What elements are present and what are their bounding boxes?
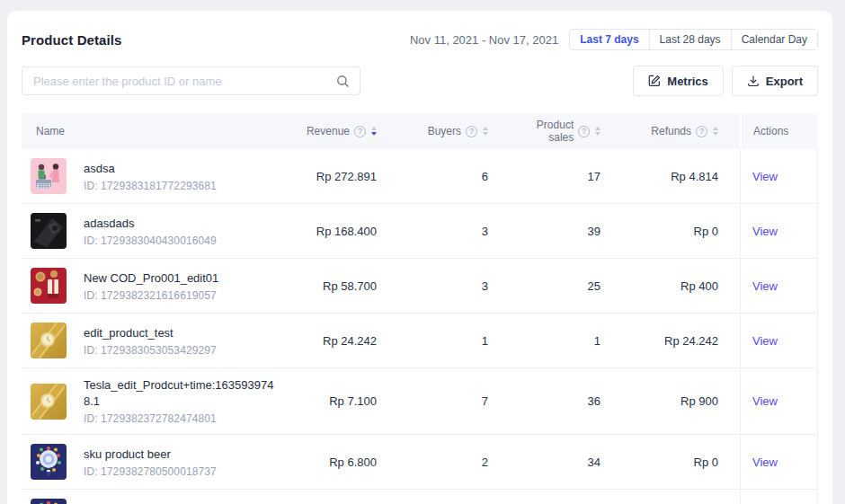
export-button[interactable]: Export (732, 66, 818, 96)
column-header-revenue[interactable]: Revenue ? (281, 113, 398, 149)
date-range-segmented: Last 7 daysLast 28 daysCalendar Day (569, 29, 818, 50)
buyers-value: 6 (398, 149, 510, 204)
refunds-value: Rp 0 (622, 204, 740, 259)
range-option-last-7-days[interactable]: Last 7 days (570, 30, 648, 49)
metrics-button-label: Metrics (667, 75, 708, 88)
product-details-card: Product Details Nov 11, 2021 - Nov 17, 2… (7, 11, 832, 504)
refunds-value: Rp 0 (622, 435, 740, 490)
product-id: ID: 1729383053053429297 (84, 344, 217, 357)
column-header-product-sales[interactable]: Product sales ? (510, 113, 622, 149)
product-thumbnail (31, 213, 67, 249)
info-icon[interactable]: ? (354, 126, 366, 137)
product-id: ID: 1729383181772293681 (84, 180, 217, 192)
edit-icon (648, 75, 661, 87)
range-option-last-28-days[interactable]: Last 28 days (649, 30, 731, 49)
table-row: 100 sku new 555 ID: 1729382780500018745 … (22, 490, 818, 504)
info-icon[interactable]: ? (578, 126, 590, 137)
refunds-value: Rp 4.814 (622, 149, 740, 204)
column-header-actions: Actions (740, 113, 818, 149)
buyers-value: 3 (398, 204, 510, 259)
table-row: Tesla_edit_Prodcut+time:1635939748.1 ID:… (22, 368, 818, 435)
product-thumbnail (31, 323, 67, 358)
toolbar: Metrics Export (7, 66, 832, 96)
sort-control[interactable] (371, 127, 377, 136)
product-sales-value: 17 (510, 149, 622, 204)
product-thumbnail (31, 158, 67, 194)
sort-control[interactable] (713, 127, 718, 136)
info-icon[interactable]: ? (466, 126, 477, 137)
view-link[interactable]: View (752, 225, 778, 238)
buyers-value: 1 (398, 314, 510, 368)
table-row: adasdads ID: 1729383040430016049 Rp 168.… (22, 204, 818, 259)
buyers-value: 7 (398, 368, 510, 435)
refunds-value: Rp 400 (622, 259, 740, 314)
refunds-value: Rp 24.242 (622, 314, 740, 368)
card-header: Product Details Nov 11, 2021 - Nov 17, 2… (7, 11, 832, 50)
products-table: Name Revenue ? Buyers ? (22, 113, 818, 504)
export-button-label: Export (766, 75, 803, 88)
metrics-button[interactable]: Metrics (633, 66, 724, 96)
revenue-value: Rp 6.800 (281, 435, 398, 490)
revenue-value: Rp 24.242 (281, 314, 398, 368)
view-link[interactable]: View (752, 279, 778, 293)
table-header-row: Name Revenue ? Buyers ? (22, 113, 818, 149)
product-sales-value: 2 (510, 490, 622, 504)
revenue-value: Rp 7.100 (281, 368, 398, 435)
column-header-name: Name (22, 113, 281, 149)
buyers-value: 3 (398, 259, 510, 314)
table-row: sku product beer ID: 1729382780500018737… (22, 435, 818, 490)
view-link[interactable]: View (752, 334, 778, 348)
product-name: New COD_Pro001_edit01 (84, 270, 218, 287)
products-table-wrap: Name Revenue ? Buyers ? (22, 113, 818, 504)
product-id: ID: 1729382780500018737 (84, 465, 217, 478)
column-header-refunds[interactable]: Refunds ? (622, 113, 740, 149)
table-row: New COD_Pro001_edit01 ID: 17293823216166… (22, 259, 818, 314)
product-id: ID: 1729383040430016049 (84, 234, 217, 247)
refunds-value: Rp 0 (622, 490, 740, 504)
product-sales-value: 1 (510, 314, 622, 368)
product-sales-value: 39 (510, 204, 622, 259)
view-link[interactable]: View (752, 394, 778, 408)
sort-control[interactable] (595, 127, 600, 136)
revenue-value: Rp 58.700 (281, 259, 398, 314)
product-name: edit_product_test (84, 325, 217, 341)
product-name: 100 sku new 555 (84, 501, 217, 504)
product-name: adasdads (84, 216, 217, 232)
download-icon (747, 75, 760, 87)
range-option-calendar-day[interactable]: Calendar Day (731, 30, 817, 49)
revenue-value: Rp 168.400 (281, 204, 398, 259)
column-header-buyers[interactable]: Buyers ? (398, 113, 510, 149)
revenue-value: Rp 4.688 (281, 490, 398, 504)
product-name: asdsa (84, 161, 217, 177)
product-thumbnail (31, 268, 67, 304)
page-title: Product Details (22, 32, 122, 48)
product-id: ID: 1729382372782474801 (84, 412, 278, 425)
table-row: asdsa ID: 1729383181772293681 Rp 272.891… (22, 149, 818, 204)
date-range-label: Nov 11, 2021 - Nov 17, 2021 (410, 33, 558, 47)
search-box[interactable] (22, 66, 360, 95)
product-thumbnail (31, 444, 67, 480)
search-icon[interactable] (336, 75, 350, 88)
info-icon[interactable]: ? (696, 126, 707, 137)
product-id: ID: 1729382321616619057 (84, 289, 218, 302)
product-thumbnail (31, 499, 67, 504)
product-sales-value: 34 (510, 435, 622, 490)
search-input[interactable] (22, 67, 360, 94)
view-link[interactable]: View (752, 455, 778, 469)
product-name: Tesla_edit_Prodcut+time:1635939748.1 (84, 377, 278, 410)
product-sales-value: 36 (510, 368, 622, 435)
table-row: edit_product_test ID: 172938305305342929… (22, 314, 818, 368)
view-link[interactable]: View (752, 170, 778, 183)
product-name: sku product beer (84, 447, 217, 463)
sort-control[interactable] (483, 127, 488, 136)
buyers-value: 2 (398, 435, 510, 490)
refunds-value: Rp 900 (622, 368, 740, 435)
revenue-value: Rp 272.891 (281, 149, 398, 204)
buyers-value: 1 (398, 490, 510, 504)
product-thumbnail (31, 384, 67, 420)
product-sales-value: 25 (510, 259, 622, 314)
